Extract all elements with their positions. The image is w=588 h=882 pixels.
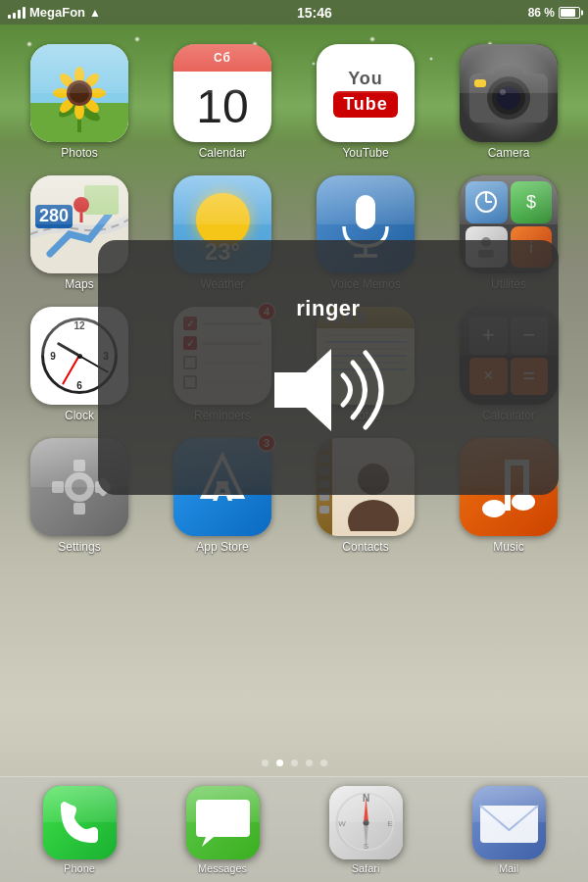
dock-icon-messages xyxy=(186,786,260,859)
sunflower-svg xyxy=(30,44,128,142)
svg-point-15 xyxy=(70,83,89,103)
svg-rect-81 xyxy=(480,806,538,843)
app-label-calendar: Calendar xyxy=(199,146,247,160)
app-label-photos: Photos xyxy=(61,146,97,160)
bar4 xyxy=(23,7,25,19)
app-label-contacts: Contacts xyxy=(342,540,388,554)
app-icon-youtube: You Tube xyxy=(317,44,415,142)
ringer-overlay: ringer xyxy=(98,240,559,495)
cal-day: 10 xyxy=(196,72,248,142)
dock-item-messages[interactable]: Messages xyxy=(186,786,260,874)
dock-label-messages: Messages xyxy=(198,862,247,874)
dock: Phone Messages xyxy=(0,776,588,882)
svg-rect-47 xyxy=(74,460,85,471)
camera-svg xyxy=(460,44,558,142)
svg-rect-18 xyxy=(494,66,523,77)
dock-icon-safari: N S E W xyxy=(329,786,403,859)
svg-text:N: N xyxy=(362,793,368,804)
app-item-camera[interactable]: Camera xyxy=(437,36,580,168)
status-bar: MegaFon ▲ 15:46 86 % xyxy=(0,0,588,24)
dock-item-mail[interactable]: Mail xyxy=(472,786,546,874)
dot-3 xyxy=(306,760,313,766)
phone-svg xyxy=(43,786,117,859)
battery-icon xyxy=(559,7,580,19)
svg-text:9: 9 xyxy=(50,351,56,362)
dock-item-phone[interactable]: Phone xyxy=(43,786,117,874)
dock-icon-mail xyxy=(472,786,546,859)
ringer-label: ringer xyxy=(296,296,360,321)
svg-point-61 xyxy=(482,500,506,517)
dock-label-phone: Phone xyxy=(64,862,95,874)
speaker-icon xyxy=(265,341,392,439)
svg-point-46 xyxy=(72,479,87,495)
cal-header: Сб xyxy=(173,44,271,72)
dot-2 xyxy=(291,760,298,766)
app-label-appstore: App Store xyxy=(196,540,248,554)
svg-text:W: W xyxy=(338,819,346,828)
app-label-settings: Settings xyxy=(58,540,100,554)
dock-label-mail: Mail xyxy=(499,862,518,874)
svg-text:6: 6 xyxy=(76,380,82,391)
svg-text:12: 12 xyxy=(74,320,85,331)
app-label-music: Music xyxy=(493,540,523,554)
svg-text:S: S xyxy=(363,842,368,851)
clock-center-dot xyxy=(77,354,82,359)
app-item-calendar[interactable]: Сб 10 Calendar xyxy=(151,36,294,168)
svg-text:$: $ xyxy=(526,192,536,212)
wifi-icon: ▲ xyxy=(89,6,101,20)
app-label-camera: Camera xyxy=(488,146,530,160)
battery-percent: 86 % xyxy=(528,6,555,20)
carrier-name: MegaFon xyxy=(29,5,85,20)
dock-label-safari: Safari xyxy=(352,862,380,874)
speaker-svg xyxy=(265,341,392,439)
svg-rect-50 xyxy=(52,481,64,493)
svg-rect-23 xyxy=(474,79,486,87)
cal-dow: Сб xyxy=(214,51,231,65)
bar3 xyxy=(18,10,21,19)
svg-marker-71 xyxy=(364,796,368,823)
app-icon-photos xyxy=(30,44,128,142)
svg-point-59 xyxy=(348,500,399,531)
yt-you-text: You xyxy=(348,69,383,89)
svg-text:280: 280 xyxy=(39,206,69,225)
app-item-photos[interactable]: Photos xyxy=(8,36,151,168)
app-label-maps: Maps xyxy=(65,277,93,291)
app-icon-camera xyxy=(460,44,558,142)
util-mini-1 xyxy=(466,181,508,223)
messages-svg xyxy=(186,786,260,859)
status-right: 86 % xyxy=(528,6,580,20)
app-item-youtube[interactable]: You Tube YouTube xyxy=(294,36,437,168)
yt-tube-text: Tube xyxy=(343,94,388,114)
app-icon-calendar: Сб 10 xyxy=(173,44,271,142)
status-time: 15:46 xyxy=(297,5,332,21)
yt-logo: You Tube xyxy=(333,69,398,118)
svg-point-21 xyxy=(497,86,520,110)
svg-text:E: E xyxy=(387,819,392,828)
dot-0 xyxy=(262,760,269,766)
svg-rect-66 xyxy=(43,786,117,859)
main-content: Photos Сб 10 Calendar You xyxy=(0,24,588,882)
svg-point-28 xyxy=(74,197,89,213)
app-label-youtube: YouTube xyxy=(342,146,388,160)
safari-svg: N S E W xyxy=(329,786,403,859)
svg-rect-48 xyxy=(74,503,85,514)
svg-rect-30 xyxy=(356,195,375,229)
dot-1 xyxy=(276,760,283,766)
svg-point-77 xyxy=(363,819,368,825)
page-dots xyxy=(0,760,588,766)
util-mini-2: $ xyxy=(511,181,553,223)
dock-icon-phone xyxy=(43,786,117,859)
svg-marker-82 xyxy=(274,349,331,431)
bar2 xyxy=(13,13,16,19)
dot-4 xyxy=(320,760,327,766)
app-label-clock: Clock xyxy=(65,409,94,422)
mail-svg xyxy=(472,786,546,859)
yt-tube-box: Tube xyxy=(333,91,398,118)
svg-rect-25 xyxy=(84,185,119,215)
signal-bars xyxy=(8,7,25,19)
status-left: MegaFon ▲ xyxy=(8,5,101,20)
svg-point-22 xyxy=(500,89,506,95)
bar1 xyxy=(8,15,11,19)
dock-item-safari[interactable]: N S E W Safari xyxy=(329,786,403,874)
